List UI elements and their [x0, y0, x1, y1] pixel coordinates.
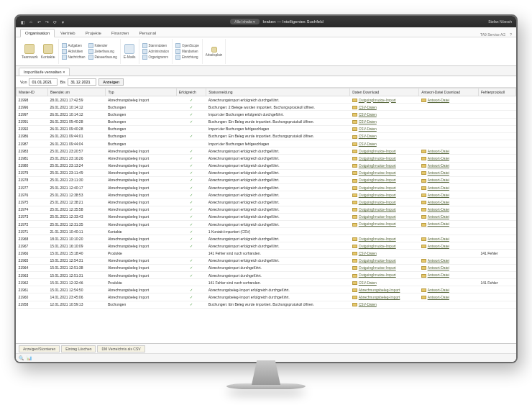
window-menu-icon[interactable]: ◧: [20, 19, 26, 24]
date-to-input[interactable]: [68, 78, 96, 86]
ribbon-zeiterfassung[interactable]: Zeiterfassung: [88, 49, 117, 54]
download-link[interactable]: OutgoingInvoice-Import: [359, 193, 396, 197]
col-master-id[interactable]: Master-ID: [17, 88, 48, 96]
ribbon-emails[interactable]: E-Mails: [124, 44, 136, 59]
download-link[interactable]: Abrechnungsbeleg-Import: [359, 295, 400, 299]
download-link[interactable]: OutgoingInvoice-Import: [359, 265, 396, 270]
table-row[interactable]: 2197725.01.2021 12:40:17Abrechnungsbeleg…: [17, 184, 516, 191]
download-link[interactable]: OutgoingInvoice-Import: [359, 222, 396, 226]
table-row[interactable]: 2195812.01.2021 10:59:13Buchungen✓Buchun…: [17, 301, 516, 308]
download-link[interactable]: CSV-Daten: [359, 112, 377, 117]
refresh-icon[interactable]: ⟳: [52, 19, 58, 24]
table-row[interactable]: 2198325.01.2021 23:20:57Abrechnungsbeleg…: [17, 147, 516, 155]
download-link[interactable]: CSV-Daten: [359, 127, 377, 131]
table-row[interactable]: 2196615.01.2021 15:18:40Produkte141 Fehl…: [17, 250, 516, 257]
current-user[interactable]: Stefan Nüesch: [488, 19, 512, 24]
answer-link[interactable]: Antwort-Datei: [428, 214, 449, 219]
anzeigen-stornieren-button[interactable]: Anzeigen/Stornieren: [19, 345, 60, 352]
download-link[interactable]: OutgoingInvoice-Import: [359, 237, 396, 241]
table-row[interactable]: 2196715.01.2021 16:10:09Abrechnungsbeleg…: [17, 242, 516, 250]
answer-link[interactable]: Antwort-Datei: [428, 170, 449, 175]
download-link[interactable]: CSV-Daten: [359, 281, 377, 285]
answer-link[interactable]: Antwort-Datei: [428, 163, 449, 168]
table-row[interactable]: 2197525.01.2021 12:38:21Abrechnungsbeleg…: [17, 199, 516, 206]
download-link[interactable]: CSV-Daten: [359, 251, 377, 255]
table-row[interactable]: 2197121.01.2021 10:40:11Kontakte✓1 Konta…: [17, 228, 516, 235]
tab-vertrieb[interactable]: Vertrieb: [56, 29, 80, 37]
table-row[interactable]: 2197325.01.2021 12:33:43Abrechnungsbeleg…: [17, 213, 516, 220]
col-antwort[interactable]: Antwort-Datei Download: [419, 88, 479, 96]
workspace-tab-imports[interactable]: Importläufe verwalten ×: [19, 68, 70, 76]
ribbon-kalender[interactable]: Kalender: [88, 43, 117, 48]
ribbon-nachrichten[interactable]: Nachrichten: [62, 55, 86, 60]
download-link[interactable]: CSV-Daten: [359, 142, 377, 146]
download-link[interactable]: OutgoingInvoice-Import: [359, 156, 396, 160]
settings-quick-icon[interactable]: ▾: [60, 19, 65, 24]
download-link[interactable]: CSV-Daten: [359, 302, 377, 306]
ribbon-kontakte[interactable]: Kontakte: [41, 44, 55, 59]
table-row[interactable]: 2197225.01.2021 12:31:35Abrechnungsbeleg…: [17, 220, 516, 227]
tab-finanzen[interactable]: Finanzen: [107, 29, 134, 37]
answer-link[interactable]: Antwort-Datei: [428, 178, 449, 182]
answer-link[interactable]: Antwort-Datei: [428, 186, 449, 190]
answer-link[interactable]: Antwort-Datei: [428, 288, 449, 292]
anzeigen-button[interactable]: Anzeigen: [98, 78, 124, 86]
answer-link[interactable]: Antwort-Datei: [428, 207, 449, 211]
csv-export-button[interactable]: DM Verzeichnis als CSV: [97, 345, 145, 352]
import-grid[interactable]: Master-ID Beendet um Typ Erfolgreich Sta…: [16, 88, 516, 343]
download-link[interactable]: Abrechnungsbeleg-Import: [359, 288, 400, 292]
tab-projekte[interactable]: Projekte: [81, 29, 106, 37]
help-icon[interactable]: ?: [510, 32, 512, 37]
answer-link[interactable]: Antwort-Datei: [428, 237, 449, 241]
col-typ[interactable]: Typ: [106, 88, 176, 96]
ribbon-openscope[interactable]: OpenScope: [175, 43, 199, 48]
table-row[interactable]: 2197425.01.2021 12:35:58Abrechnungsbeleg…: [17, 206, 516, 213]
answer-link[interactable]: Antwort-Datei: [428, 156, 449, 160]
answer-link[interactable]: Antwort-Datei: [428, 273, 449, 277]
answer-link[interactable]: Antwort-Datei: [428, 222, 449, 226]
table-row[interactable]: 2197925.01.2021 23:11:49Abrechnungsbeleg…: [17, 169, 516, 176]
col-fehler[interactable]: Fehlerprotokoll: [479, 88, 516, 96]
download-link[interactable]: CSV-Daten: [359, 119, 377, 124]
table-row[interactable]: 2198626.01.2021 09:44:01Buchungen✓Buchun…: [17, 132, 516, 140]
table-row[interactable]: 2196515.01.2021 12:54:31Abrechnungsbeleg…: [17, 257, 516, 264]
answer-link[interactable]: Antwort-Datei: [428, 98, 449, 102]
ribbon-aufgaben[interactable]: Aufgaben: [62, 43, 86, 48]
answer-link[interactable]: Antwort-Datei: [428, 149, 449, 153]
table-row[interactable]: 2197625.01.2021 12:38:53Abrechnungsbeleg…: [17, 191, 516, 199]
ribbon-teamwork[interactable]: Teamwork: [22, 44, 38, 59]
table-row[interactable]: 2199726.01.2021 10:14:12Buchungen✓Import…: [17, 111, 516, 118]
search-scope[interactable]: Alle Inhalte ▾: [230, 19, 260, 24]
download-link[interactable]: OutgoingInvoice-Import: [359, 214, 396, 219]
table-row[interactable]: 2199828.01.2021 17:42:59Abrechnungsbeleg…: [17, 96, 516, 104]
download-link[interactable]: OutgoingInvoice-Import: [359, 98, 396, 102]
ribbon-aktivitaeten[interactable]: Aktivitäten: [62, 49, 86, 54]
ribbon-mandanten[interactable]: Mandanten: [175, 49, 199, 54]
col-status[interactable]: Statusmeldung: [206, 88, 350, 96]
download-link[interactable]: OutgoingInvoice-Import: [359, 186, 396, 190]
ribbon-stammdaten[interactable]: Stammdaten: [142, 43, 170, 48]
download-link[interactable]: OutgoingInvoice-Import: [359, 200, 396, 204]
tab-personal[interactable]: Personal: [134, 29, 160, 37]
download-link[interactable]: OutgoingInvoice-Import: [359, 149, 396, 153]
back-icon[interactable]: ↶: [36, 19, 42, 24]
table-row[interactable]: 2196415.01.2021 12:51:38Abrechnungsbeleg…: [17, 264, 516, 271]
eintrag-loeschen-button[interactable]: Eintrag Löschen: [61, 345, 96, 352]
answer-link[interactable]: Antwort-Datei: [428, 258, 449, 263]
table-row[interactable]: 2196014.01.2021 23:45:06Abrechnungsbeleg…: [17, 293, 516, 301]
download-link[interactable]: OutgoingInvoice-Import: [359, 207, 396, 211]
answer-link[interactable]: Antwort-Datei: [428, 193, 449, 197]
table-row[interactable]: 2199126.01.2021 09:40:28Buchungen✓Buchun…: [17, 118, 516, 125]
date-from-input[interactable]: [29, 78, 58, 86]
ribbon-einrichtung[interactable]: Einrichtung: [175, 55, 199, 60]
footer-search-icon[interactable]: 🔍: [19, 355, 24, 360]
close-tab-icon[interactable]: ×: [63, 70, 65, 74]
answer-link[interactable]: Antwort-Datei: [428, 295, 449, 299]
footer-chart-icon[interactable]: 📊: [27, 355, 32, 360]
home-icon[interactable]: ⌂: [28, 19, 34, 24]
table-row[interactable]: 2199626.01.2021 10:14:12Buchungen✓Buchun…: [17, 104, 516, 111]
forward-icon[interactable]: ↷: [44, 19, 50, 24]
ribbon-reiseerfassung[interactable]: Reiseerfassung: [88, 55, 117, 60]
ribbon-organigramm[interactable]: Organigramm: [142, 55, 170, 60]
table-row[interactable]: 2196215.01.2021 12:32:46Produkte141 Fehl…: [17, 279, 516, 286]
